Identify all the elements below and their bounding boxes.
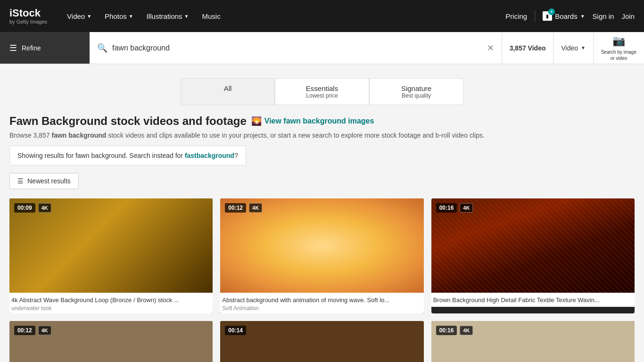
video-thumbnail: 00:094K bbox=[9, 198, 213, 293]
chevron-down-icon: ▼ bbox=[580, 14, 585, 19]
duration-badge: 00:12 bbox=[225, 203, 246, 213]
duration-badge: 00:09 bbox=[14, 203, 35, 213]
video-card[interactable]: 00:14 bbox=[220, 321, 423, 362]
search-input-wrap: 🔍 ✕ bbox=[90, 43, 502, 53]
main-content: All Essentials Lowest price Signature Be… bbox=[0, 64, 644, 362]
duration-badge: 00:16 bbox=[436, 203, 457, 213]
tab-all[interactable]: All bbox=[181, 78, 275, 105]
sort-icon: ☰ bbox=[17, 177, 24, 185]
video-thumbnail: 00:14 bbox=[220, 321, 423, 362]
video-badge: 00:164K bbox=[436, 203, 473, 213]
join-button[interactable]: Join bbox=[621, 12, 635, 20]
boards-button[interactable]: ▮ + Boards ▼ bbox=[543, 11, 585, 21]
tab-signature[interactable]: Signature Best quality bbox=[369, 78, 463, 105]
sort-button[interactable]: ☰ Newest results bbox=[9, 173, 79, 189]
video-title: 4k Abstract Wave Background Loop (Bronze… bbox=[11, 296, 211, 304]
logo[interactable]: iStock by Getty Images bbox=[9, 8, 47, 25]
boards-badge: + bbox=[548, 8, 555, 15]
title-area: Fawn Background stock videos and footage… bbox=[9, 115, 635, 139]
video-info: 4k Abstract Wave Background Loop (Bronze… bbox=[9, 293, 213, 313]
view-images-link[interactable]: 🌄 View fawn background images bbox=[251, 116, 374, 126]
boards-icon: ▮ + bbox=[543, 11, 552, 21]
video-thumbnail: 00:124K bbox=[220, 198, 423, 293]
thumbnail-image bbox=[220, 321, 423, 362]
video-badge: 00:124K bbox=[225, 203, 262, 213]
duration-badge: 00:12 bbox=[14, 326, 35, 335]
main-nav: Video ▼ Photos ▼ Illustrations ▼ Music bbox=[61, 8, 226, 24]
search-input[interactable] bbox=[112, 44, 482, 52]
nav-item-music[interactable]: Music bbox=[196, 8, 226, 24]
video-card[interactable]: 00:094K4k Abstract Wave Background Loop … bbox=[9, 198, 213, 313]
tab-essentials[interactable]: Essentials Lowest price bbox=[275, 78, 369, 105]
image-search-icon: 📷 bbox=[612, 34, 625, 48]
video-card[interactable]: 00:164K bbox=[431, 321, 635, 362]
video-title: Abstract background with animation of mo… bbox=[222, 296, 421, 304]
thumbnail-image bbox=[9, 198, 213, 293]
header-right: Pricing ▮ + Boards ▼ Sign in Join bbox=[505, 10, 635, 22]
search-bar: ☰ Refine 🔍 ✕ 3,857 Video Video ▼ 📷 Searc… bbox=[0, 32, 644, 64]
video-card[interactable]: 00:124K bbox=[9, 321, 213, 362]
chevron-down-icon: ▼ bbox=[129, 14, 133, 19]
video-author: Soft Animation bbox=[222, 305, 421, 312]
video-author: underwater look bbox=[11, 305, 211, 312]
search-by-image-button[interactable]: 📷 Search by imageor video bbox=[593, 32, 644, 64]
duration-badge: 00:16 bbox=[436, 326, 457, 335]
thumbnail-image bbox=[220, 198, 423, 293]
image-icon: 🌄 bbox=[251, 116, 262, 126]
results-count: 3,857 Video bbox=[502, 44, 553, 52]
quality-badge: 4K bbox=[460, 326, 473, 335]
pricing-link[interactable]: Pricing bbox=[505, 12, 527, 20]
header: iStock by Getty Images Video ▼ Photos ▼ … bbox=[0, 0, 644, 32]
chevron-down-icon: ▼ bbox=[184, 14, 189, 19]
header-left: iStock by Getty Images Video ▼ Photos ▼ … bbox=[9, 8, 226, 25]
quality-badge: 4K bbox=[460, 203, 473, 213]
chevron-down-icon: ▼ bbox=[87, 14, 91, 19]
logo-sub: by Getty Images bbox=[9, 19, 47, 25]
video-info: Abstract background with animation of mo… bbox=[220, 293, 423, 313]
video-info: Brown Background High Detail Fabric Text… bbox=[431, 293, 635, 307]
tabs-container: All Essentials Lowest price Signature Be… bbox=[9, 78, 635, 105]
video-thumbnail: 00:124K bbox=[9, 321, 213, 362]
clear-search-button[interactable]: ✕ bbox=[487, 43, 494, 53]
video-badge: 00:124K bbox=[14, 326, 51, 335]
quality-badge: 4K bbox=[38, 326, 51, 335]
video-badge: 00:094K bbox=[14, 203, 51, 213]
divider bbox=[535, 10, 535, 22]
sign-in-button[interactable]: Sign in bbox=[593, 12, 614, 20]
page-title: Fawn Background stock videos and footage… bbox=[9, 115, 635, 128]
video-grid: 00:094K4k Abstract Wave Background Loop … bbox=[9, 198, 635, 362]
nav-item-video[interactable]: Video ▼ bbox=[61, 8, 97, 24]
page-description: Browse 3,857 fawn background stock video… bbox=[9, 132, 635, 139]
correction-link[interactable]: fastbackground bbox=[185, 152, 234, 159]
search-right: 3,857 Video Video ▼ 📷 Search by imageor … bbox=[502, 32, 644, 64]
video-thumbnail: 00:164K bbox=[431, 198, 635, 293]
nav-item-illustrations[interactable]: Illustrations ▼ bbox=[141, 8, 195, 24]
correction-bar: Showing results for fawn background. Sea… bbox=[9, 146, 246, 165]
video-badge: 00:164K bbox=[436, 326, 473, 335]
quality-badge: 4K bbox=[249, 203, 262, 213]
nav-item-photos[interactable]: Photos ▼ bbox=[99, 8, 139, 24]
refine-button[interactable]: ☰ Refine bbox=[0, 32, 90, 64]
search-icon: 🔍 bbox=[97, 43, 107, 53]
chevron-down-icon: ▼ bbox=[581, 45, 586, 50]
video-card[interactable]: 00:124KAbstract background with animatio… bbox=[220, 198, 423, 313]
quality-badge: 4K bbox=[38, 203, 51, 213]
video-title: Brown Background High Detail Fabric Text… bbox=[433, 296, 633, 304]
thumbnail-image bbox=[431, 198, 635, 293]
video-badge: 00:14 bbox=[225, 326, 246, 335]
video-thumbnail: 00:164K bbox=[431, 321, 635, 362]
logo-main: iStock bbox=[9, 7, 41, 19]
sliders-icon: ☰ bbox=[9, 43, 17, 53]
video-filter-button[interactable]: Video ▼ bbox=[553, 32, 593, 64]
duration-badge: 00:14 bbox=[225, 326, 246, 335]
video-card[interactable]: 00:164KBrown Background High Detail Fabr… bbox=[431, 198, 635, 313]
